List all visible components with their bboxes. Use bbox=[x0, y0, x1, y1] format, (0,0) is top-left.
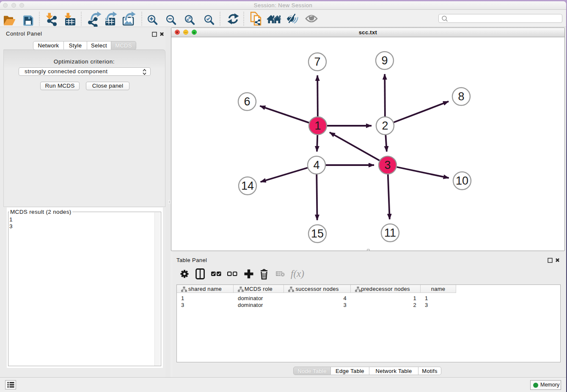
svg-text:8: 8 bbox=[458, 90, 464, 103]
svg-text:6: 6 bbox=[244, 95, 250, 108]
svg-text:9: 9 bbox=[381, 54, 388, 67]
svg-text:3: 3 bbox=[384, 159, 391, 171]
svg-text:4: 4 bbox=[313, 159, 319, 171]
svg-text:7: 7 bbox=[314, 55, 320, 68]
svg-text:1: 1 bbox=[314, 119, 321, 132]
svg-text:15: 15 bbox=[311, 227, 324, 240]
svg-text:11: 11 bbox=[384, 226, 396, 239]
svg-text:f(x): f(x) bbox=[291, 268, 304, 279]
svg-text:10: 10 bbox=[456, 174, 468, 187]
svg-text:2: 2 bbox=[382, 119, 388, 132]
svg-text:14: 14 bbox=[241, 179, 254, 192]
